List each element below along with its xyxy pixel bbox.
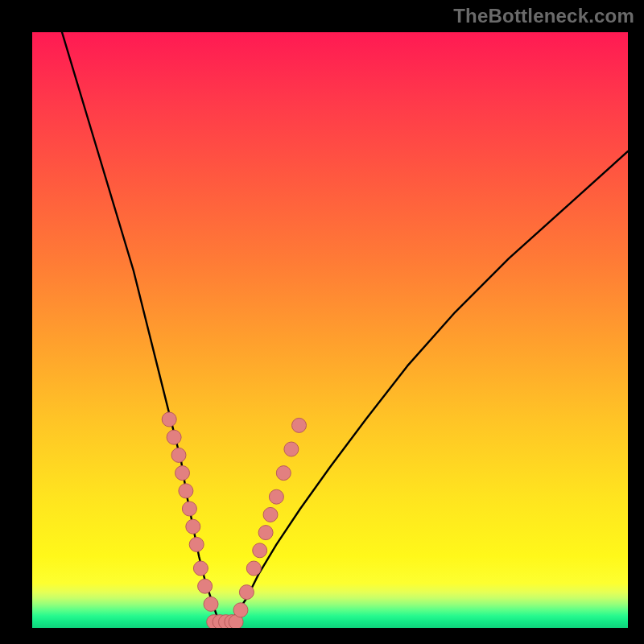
bottleneck-curve: [62, 32, 628, 622]
plot-area: [32, 32, 628, 628]
data-marker: [171, 448, 186, 462]
data-marker: [198, 579, 213, 593]
data-marker: [253, 543, 267, 558]
data-marker: [233, 603, 248, 617]
data-marker: [246, 561, 261, 576]
data-marker: [186, 519, 200, 534]
data-marker: [162, 412, 176, 427]
data-marker: [193, 561, 208, 576]
data-marker: [258, 526, 273, 540]
data-marker: [292, 418, 307, 432]
chart-container: TheBottleneck.com: [0, 0, 644, 644]
data-marker: [263, 507, 278, 522]
chart-svg: [32, 32, 628, 628]
data-marker: [182, 502, 196, 516]
data-marker: [276, 466, 291, 481]
watermark-text: TheBottleneck.com: [453, 5, 634, 27]
data-marker: [239, 585, 254, 600]
data-marker: [204, 597, 218, 611]
data-marker: [284, 442, 299, 456]
data-marker: [175, 466, 190, 481]
data-marker: [179, 484, 193, 498]
data-marker: [167, 430, 181, 444]
data-marker: [189, 537, 204, 551]
data-marker: [269, 489, 283, 504]
marker-group: [162, 412, 306, 628]
